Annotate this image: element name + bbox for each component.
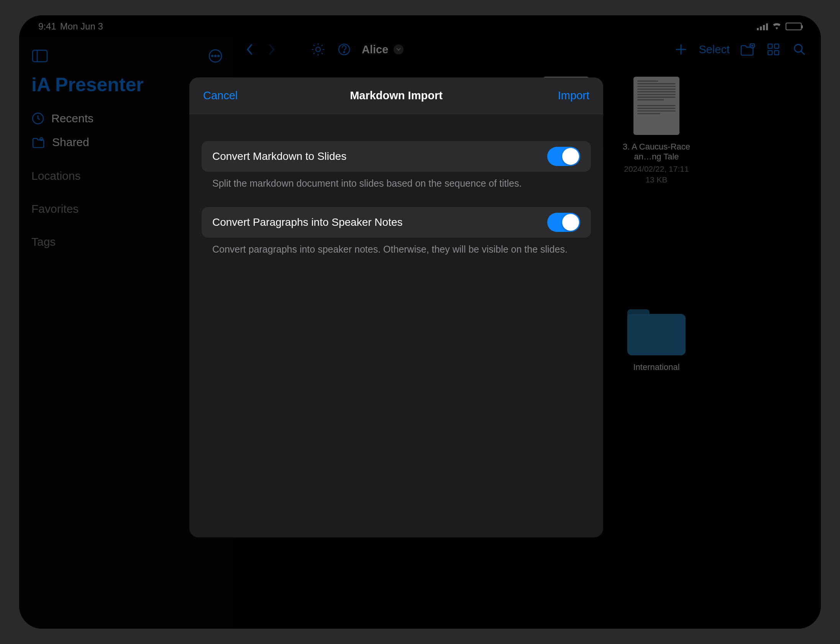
option-description: Convert paragraphs into speaker notes. O…	[202, 238, 591, 256]
modal-header: Cancel Markdown Import Import	[189, 77, 603, 114]
option-label: Convert Markdown to Slides	[212, 150, 547, 163]
option-convert-to-slides: Convert Markdown to Slides	[212, 141, 580, 172]
markdown-import-modal: Cancel Markdown Import Import Convert Ma…	[189, 77, 603, 537]
option-paragraphs-to-notes: Convert Paragraphs into Speaker Notes	[212, 207, 580, 238]
toggle-paragraphs-to-notes[interactable]	[547, 213, 580, 232]
option-label: Convert Paragraphs into Speaker Notes	[212, 216, 547, 228]
cancel-button[interactable]: Cancel	[203, 89, 300, 102]
toggle-convert-to-slides[interactable]	[547, 147, 580, 166]
import-button[interactable]: Import	[493, 89, 589, 102]
option-description: Split the markdown document into slides …	[202, 172, 591, 190]
device-frame: 9:41 Mon Jun 3 iA Presenter	[19, 15, 821, 629]
modal-title: Markdown Import	[300, 89, 493, 102]
